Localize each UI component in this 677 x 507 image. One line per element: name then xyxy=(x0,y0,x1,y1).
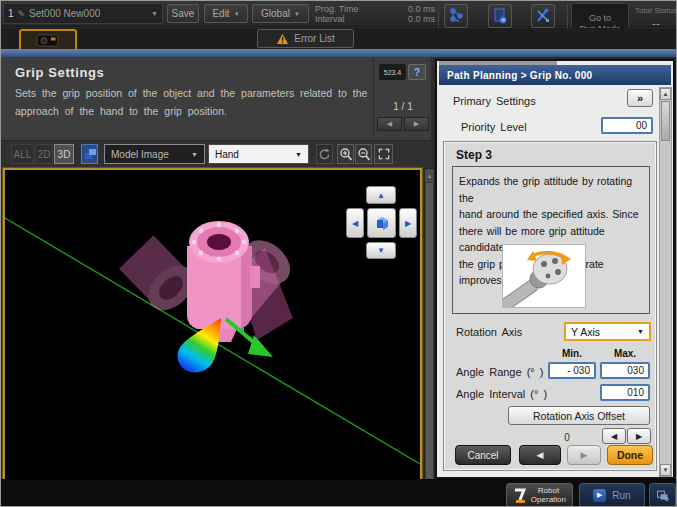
dialog-scrollbar[interactable]: ▲ ▼ xyxy=(659,87,672,477)
angle-range-max-field[interactable]: 030 xyxy=(600,362,650,379)
rotate-up-button[interactable]: ▲ xyxy=(366,186,396,204)
robot-arm-icon xyxy=(513,487,527,504)
step-title: Step 3 xyxy=(456,148,492,162)
hand-dropdown[interactable]: Hand ▼ xyxy=(208,144,309,164)
offset-next-button[interactable]: ▶ xyxy=(627,428,651,444)
up-arrow-icon: ▲ xyxy=(377,191,385,200)
max-header: Max. xyxy=(600,348,650,359)
rotation-axis-label: Rotation Axis xyxy=(456,326,522,338)
refresh-icon[interactable] xyxy=(316,144,333,164)
offset-prev-button[interactable]: ◀ xyxy=(602,428,626,444)
bottom-bar: RobotOperation ▶ Run xyxy=(1,479,677,507)
version-badge: 523.4 xyxy=(379,64,406,80)
separator-strip xyxy=(1,49,677,57)
chevron-down-icon: ▼ xyxy=(191,151,198,158)
prog-time-value: 0.0 ms xyxy=(408,4,435,14)
rotate-left-button[interactable]: ◀ xyxy=(346,208,364,238)
view-3d-button[interactable]: 3D xyxy=(54,144,74,164)
primary-settings-label: Primary Settings xyxy=(453,95,536,107)
model-image-value: Model Image xyxy=(111,149,191,160)
switch-screen-button[interactable] xyxy=(649,483,676,507)
cancel-button[interactable]: Cancel xyxy=(455,445,511,465)
offset-value: 0 xyxy=(544,432,590,443)
zoom-out-icon[interactable] xyxy=(355,144,372,164)
help-button[interactable]: ? xyxy=(408,64,426,80)
run-mode-line1: Go to xyxy=(589,13,611,24)
step-prev-button[interactable]: ◀ xyxy=(519,445,561,465)
angle-interval-label: Angle Interval (° ) xyxy=(456,388,547,400)
project-name: Set000 New000 xyxy=(29,8,100,19)
robot-operation-label: RobotOperation xyxy=(531,486,566,504)
scroll-up-arrow[interactable]: ▲ xyxy=(425,169,434,182)
expand-button[interactable]: » xyxy=(627,89,653,107)
global-label: Global xyxy=(261,8,290,19)
utility-icon xyxy=(531,4,555,28)
step-panel: Step 3 Expands the grip attitude by rota… xyxy=(443,141,657,471)
output-icon xyxy=(488,4,512,28)
prog-time-label: Prog. Time xyxy=(315,4,359,14)
page-indicator: 1 / 1 xyxy=(374,101,432,112)
timing-info: Prog. Time0.0 ms Interval0.0 ms xyxy=(315,4,435,24)
priority-level-label: Priority Level xyxy=(461,121,527,133)
down-arrow-icon: ▼ xyxy=(377,246,385,255)
reset-view-button[interactable] xyxy=(367,208,396,238)
document-tab[interactable] xyxy=(19,29,77,49)
run-button[interactable]: ▶ Run xyxy=(579,483,645,507)
vertical-scrollbar[interactable]: ▲ ▼ xyxy=(424,168,435,503)
chevron-down-icon: ▼ xyxy=(151,10,158,17)
execute-icon xyxy=(444,4,468,28)
zoom-in-icon[interactable] xyxy=(337,144,354,164)
camera-icon xyxy=(36,33,60,48)
view-2d-button[interactable]: 2D xyxy=(35,144,53,164)
rotate-right-button[interactable]: ▶ xyxy=(399,208,417,238)
save-button[interactable]: Save xyxy=(167,4,199,23)
robot-operation-button[interactable]: RobotOperation xyxy=(506,483,573,507)
error-list-button[interactable]: Error List xyxy=(257,29,354,48)
breadcrumb: Path Planning > Grip No. 000 xyxy=(447,70,592,81)
scroll-down-arrow[interactable]: ▼ xyxy=(660,464,671,476)
chevron-down-icon: ▼ xyxy=(295,151,302,158)
angle-interval-field[interactable]: 010 xyxy=(600,384,650,401)
title-bar: 1 ✎ Set000 New000 ▼ Save Edit▼ Global▼ P… xyxy=(1,1,677,27)
pencil-icon: ✎ xyxy=(18,9,26,19)
done-button[interactable]: Done xyxy=(607,445,653,465)
3d-viewport[interactable]: ▲ ◀ ▶ ▼ xyxy=(3,168,422,490)
priority-level-field[interactable]: 00 xyxy=(601,117,653,134)
angle-range-label: Angle Range (° ) xyxy=(456,366,543,378)
step-description-line: hand around the specified axis. Since xyxy=(459,206,643,223)
global-menu-button[interactable]: Global▼ xyxy=(252,4,309,23)
viewport-toolbar: ALL 2D 3D Model Image ▼ Hand ▼ xyxy=(1,141,431,168)
scroll-up-arrow[interactable]: ▲ xyxy=(660,88,671,100)
page-next-button[interactable]: ▶ xyxy=(404,117,429,131)
angle-range-min-field[interactable]: - 030 xyxy=(548,362,596,379)
rotation-axis-value: Y Axis xyxy=(571,326,637,338)
grip-settings-side: 523.4 ? 1 / 1 ◀ ▶ xyxy=(373,57,431,141)
scrollbar-thumb[interactable] xyxy=(426,183,433,486)
hand-value: Hand xyxy=(215,149,295,160)
right-arrow-icon: ▶ xyxy=(405,219,411,228)
step-next-button[interactable]: ▶ xyxy=(567,445,601,465)
step-description-line: Expands the grip attitude by rotating th… xyxy=(459,173,643,206)
project-selector[interactable]: 1 ✎ Set000 New000 ▼ xyxy=(3,3,163,24)
model-image-dropdown[interactable]: Model Image ▼ xyxy=(104,144,205,164)
rotation-axis-offset-button[interactable]: Rotation Axis Offset xyxy=(508,406,650,425)
scrollbar-thumb[interactable] xyxy=(661,101,670,141)
rotate-down-button[interactable]: ▼ xyxy=(366,242,396,259)
fit-view-icon[interactable] xyxy=(374,144,393,164)
tab-strip: Error List xyxy=(1,28,677,49)
edit-menu-button[interactable]: Edit▼ xyxy=(204,4,248,23)
layers-icon[interactable] xyxy=(81,144,98,164)
path-planning-dialog: Path Planning > Grip No. 000 Primary Set… xyxy=(435,59,675,479)
page-prev-button[interactable]: ◀ xyxy=(377,117,402,131)
view-all-button[interactable]: ALL xyxy=(11,144,34,164)
dialog-header: Path Planning > Grip No. 000 xyxy=(439,65,671,85)
grip-settings-panel: Grip Settings Sets the grip position of … xyxy=(1,57,431,141)
page-title: Grip Settings xyxy=(15,65,104,80)
play-icon: ▶ xyxy=(593,489,606,502)
application-window: 1 ✎ Set000 New000 ▼ Save Edit▼ Global▼ P… xyxy=(0,0,677,507)
edit-label: Edit xyxy=(212,8,229,19)
error-list-label: Error List xyxy=(294,33,335,44)
project-badge: 1 xyxy=(8,8,14,19)
rotation-axis-dropdown[interactable]: Y Axis ▼ xyxy=(564,322,651,341)
robot-label-line2: Operation xyxy=(531,495,566,504)
